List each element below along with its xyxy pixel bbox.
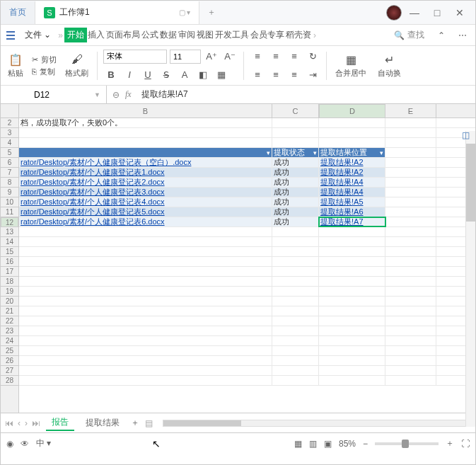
cell-header[interactable]: 提取状态 xyxy=(272,148,319,157)
row-header[interactable]: 3 xyxy=(1,128,18,138)
name-box[interactable]: ▼ xyxy=(1,86,107,103)
cell[interactable] xyxy=(319,366,385,375)
view-break-icon[interactable]: ▣ xyxy=(324,439,332,449)
eye-icon[interactable]: 👁 xyxy=(21,439,29,449)
cell[interactable] xyxy=(385,168,436,177)
cell[interactable] xyxy=(385,336,436,345)
cell[interactable] xyxy=(319,247,385,256)
cell[interactable] xyxy=(319,297,385,306)
cell-result[interactable]: 提取结果!A2 xyxy=(319,158,385,167)
cell-status[interactable]: 成功 xyxy=(272,168,319,177)
cell[interactable] xyxy=(19,316,272,326)
cell[interactable] xyxy=(385,247,436,256)
cell[interactable] xyxy=(319,138,385,147)
cell[interactable] xyxy=(272,128,319,137)
cell[interactable] xyxy=(385,188,436,197)
decrease-font-button[interactable]: A⁻ xyxy=(222,49,238,64)
cancel-formula-icon[interactable]: ⊖ xyxy=(112,90,120,100)
minimize-button[interactable]: — xyxy=(405,3,424,23)
vertical-scrollbar[interactable] xyxy=(465,131,475,427)
menu-tab-formula[interactable]: 公式 xyxy=(141,28,159,42)
cell[interactable] xyxy=(272,366,319,375)
tab-home[interactable]: 首页 xyxy=(1,1,35,24)
formula-input[interactable]: 提取结果!A7 xyxy=(137,88,475,101)
cell[interactable] xyxy=(19,336,272,345)
row-header[interactable]: 11 xyxy=(1,207,18,217)
new-tab-button[interactable]: ＋ xyxy=(199,6,224,18)
zoom-value[interactable]: 85% xyxy=(339,439,356,449)
cell[interactable] xyxy=(19,297,272,306)
cell-status[interactable]: 成功 xyxy=(272,188,319,197)
row-header[interactable]: 28 xyxy=(1,376,18,386)
cell-path[interactable]: rator/Desktop/素材/个人健康登记表6.docx xyxy=(19,217,272,226)
cell-status[interactable]: 成功 xyxy=(272,197,319,207)
row-header[interactable]: 18 xyxy=(1,277,18,287)
border-button[interactable]: ▦ xyxy=(214,67,229,83)
menu-tab-insert[interactable]: 插入 xyxy=(87,28,105,42)
sheet-next-icon[interactable]: › xyxy=(25,418,28,428)
cell[interactable] xyxy=(385,227,436,236)
sheet-last-icon[interactable]: ⏭ xyxy=(32,418,40,428)
row-header[interactable]: 13 xyxy=(1,227,18,237)
file-menu[interactable]: 文件 ⌄ xyxy=(19,28,57,42)
align-top-button[interactable]: ≡ xyxy=(250,49,265,64)
cell[interactable] xyxy=(272,247,319,256)
fullscreen-icon[interactable]: ⛶ xyxy=(461,439,470,449)
font-color-button[interactable]: A xyxy=(177,67,192,83)
cell[interactable] xyxy=(19,247,272,256)
tab-workbook[interactable]: S 工作簿1 ▢ ▾ xyxy=(35,1,199,24)
cell[interactable] xyxy=(385,277,436,286)
record-icon[interactable]: ◉ xyxy=(6,439,13,449)
cell[interactable] xyxy=(319,227,385,236)
row-header[interactable]: 17 xyxy=(1,267,18,277)
cell-path[interactable]: rator/Desktop/素材/个人健康登记表3.docx xyxy=(19,188,272,197)
zoom-slider-thumb[interactable] xyxy=(402,440,409,448)
cell[interactable] xyxy=(272,237,319,246)
row-header[interactable]: 22 xyxy=(1,316,18,326)
cell-result-active[interactable]: 提取结果!A7 xyxy=(319,217,385,226)
strike-button[interactable]: S̶ xyxy=(158,67,174,83)
menu-tab-review[interactable]: 审阅 xyxy=(178,28,196,42)
cell[interactable] xyxy=(19,356,272,365)
cell[interactable] xyxy=(272,356,319,365)
cell[interactable] xyxy=(319,376,385,385)
zoom-slider[interactable] xyxy=(375,442,439,445)
cell[interactable] xyxy=(19,346,272,355)
cell[interactable] xyxy=(385,356,436,365)
cell[interactable] xyxy=(319,118,385,127)
cell[interactable] xyxy=(385,237,436,246)
cell[interactable] xyxy=(272,306,319,316)
cell[interactable] xyxy=(19,277,272,286)
scrollbar-thumb[interactable] xyxy=(163,420,241,426)
name-box-input[interactable] xyxy=(6,90,77,100)
cells[interactable]: 档，成功提取7个，失败0个。 提取状态提取结果位置 rator/Desktop/… xyxy=(19,118,475,413)
cell[interactable] xyxy=(319,128,385,137)
menu-tab-start[interactable]: 开始 xyxy=(64,28,87,42)
cell[interactable] xyxy=(272,326,319,335)
cell[interactable] xyxy=(319,267,385,276)
cell[interactable] xyxy=(272,316,319,326)
format-painter-button[interactable]: 🖌 格式刷 xyxy=(62,51,91,80)
font-size-select[interactable] xyxy=(170,50,201,64)
menu-tab-layout[interactable]: 页面布局 xyxy=(105,28,141,42)
indent-button[interactable]: ⇥ xyxy=(305,67,320,83)
hamburger-icon[interactable] xyxy=(4,28,18,42)
row-header[interactable]: 8 xyxy=(1,178,18,188)
cell[interactable] xyxy=(19,376,272,385)
cell[interactable] xyxy=(19,237,272,246)
increase-font-button[interactable]: A⁺ xyxy=(204,49,219,64)
fx-icon[interactable]: fx xyxy=(125,89,132,100)
cell[interactable] xyxy=(385,158,436,167)
maximize-button[interactable]: □ xyxy=(427,3,447,23)
cell[interactable] xyxy=(385,326,436,335)
horizontal-scrollbar[interactable] xyxy=(163,420,467,427)
row-header[interactable]: 26 xyxy=(1,356,18,366)
align-center-button[interactable]: ≡ xyxy=(268,67,284,83)
row-header[interactable]: 27 xyxy=(1,366,18,376)
col-header-c[interactable]: C xyxy=(272,104,319,117)
align-left-button[interactable]: ≡ xyxy=(250,67,265,83)
cell-path[interactable]: rator/Desktop/素材/个人健康登记表1.docx xyxy=(19,168,272,177)
paste-button[interactable]: 📋 粘贴 xyxy=(5,51,26,80)
search-box[interactable]: 🔍 查找 xyxy=(388,29,430,41)
cell[interactable] xyxy=(385,128,436,137)
